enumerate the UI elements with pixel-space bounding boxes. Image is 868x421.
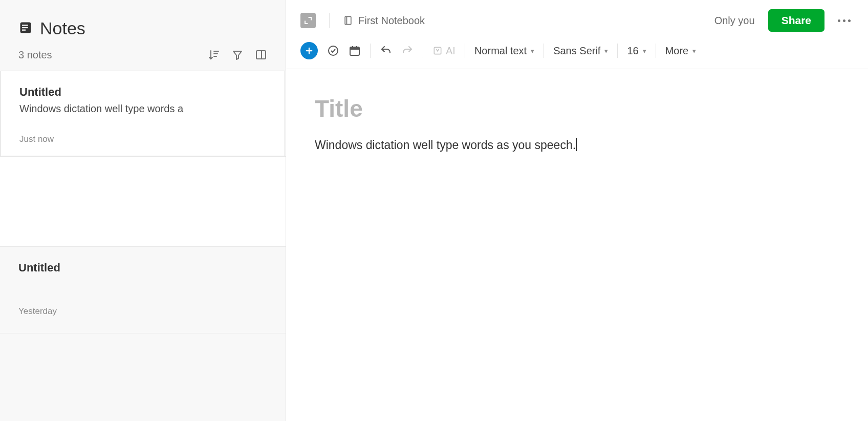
editor-toolbar: AI Normal text ▾ Sans Serif ▾ 16 ▾ More … xyxy=(286,37,868,69)
svg-rect-2 xyxy=(22,27,28,28)
note-item[interactable]: Untitled Windows dictation well type wor… xyxy=(1,71,285,156)
notebook-name: First Notebook xyxy=(358,15,425,27)
task-icon[interactable] xyxy=(327,45,339,57)
redo-icon[interactable] xyxy=(401,45,414,57)
note-count: 3 notes xyxy=(18,49,52,61)
sidebar-title: Notes xyxy=(40,18,85,38)
notebook-selector[interactable]: First Notebook xyxy=(343,15,425,27)
editor-area[interactable]: Windows dictation well type words as you… xyxy=(286,69,868,421)
note-item-title: Untitled xyxy=(19,86,266,99)
editor-pane: First Notebook Only you Share AI xyxy=(286,0,868,421)
empty-note-slot xyxy=(0,156,286,246)
svg-rect-8 xyxy=(350,47,359,50)
note-title-input[interactable] xyxy=(315,95,842,122)
more-button[interactable] xyxy=(838,19,851,22)
svg-rect-3 xyxy=(22,29,26,30)
chevron-down-icon: ▾ xyxy=(531,47,534,55)
undo-icon[interactable] xyxy=(380,45,392,57)
note-item-time: Just now xyxy=(19,134,266,144)
calendar-icon[interactable] xyxy=(349,45,361,57)
chevron-down-icon: ▾ xyxy=(643,47,646,55)
note-body-text: Windows dictation well type words as you… xyxy=(315,138,576,152)
expand-button[interactable] xyxy=(300,13,316,28)
note-item[interactable]: Untitled Yesterday xyxy=(0,246,286,333)
note-list[interactable]: Untitled Windows dictation well type wor… xyxy=(0,70,286,421)
font-family-dropdown[interactable]: Sans Serif ▾ xyxy=(553,45,608,57)
divider xyxy=(370,44,371,58)
divider xyxy=(656,44,656,58)
filter-icon[interactable] xyxy=(231,49,244,61)
share-button[interactable]: Share xyxy=(768,9,824,32)
notes-sidebar: Notes 3 notes Untitled Windows dictation… xyxy=(0,0,286,421)
sidebar-tools xyxy=(208,49,267,61)
sidebar-subheader: 3 notes xyxy=(0,43,286,70)
ai-button[interactable]: AI xyxy=(432,45,455,57)
sidebar-header: Notes xyxy=(0,0,286,43)
more-format-dropdown[interactable]: More ▾ xyxy=(665,45,697,57)
insert-button[interactable] xyxy=(300,42,318,59)
note-item-title: Untitled xyxy=(18,261,267,275)
columns-icon[interactable] xyxy=(255,49,267,61)
sort-icon[interactable] xyxy=(208,49,220,61)
divider xyxy=(544,44,544,58)
divider xyxy=(423,44,423,58)
ai-label: AI xyxy=(446,45,455,57)
notes-icon xyxy=(18,20,33,37)
divider xyxy=(329,13,330,28)
text-cursor xyxy=(576,138,577,151)
svg-rect-1 xyxy=(22,25,28,26)
divider xyxy=(617,44,618,58)
svg-point-6 xyxy=(329,46,338,55)
topbar: First Notebook Only you Share xyxy=(286,0,868,37)
sharing-status[interactable]: Only you xyxy=(714,15,755,27)
note-item-preview: Windows dictation well type words a xyxy=(19,103,266,115)
text-style-dropdown[interactable]: Normal text ▾ xyxy=(474,45,534,57)
divider xyxy=(465,44,465,58)
chevron-down-icon: ▾ xyxy=(692,47,696,55)
chevron-down-icon: ▾ xyxy=(604,47,608,55)
font-size-dropdown[interactable]: 16 ▾ xyxy=(627,45,646,57)
note-body-editor[interactable]: Windows dictation well type words as you… xyxy=(315,137,842,239)
note-item-time: Yesterday xyxy=(18,306,267,317)
